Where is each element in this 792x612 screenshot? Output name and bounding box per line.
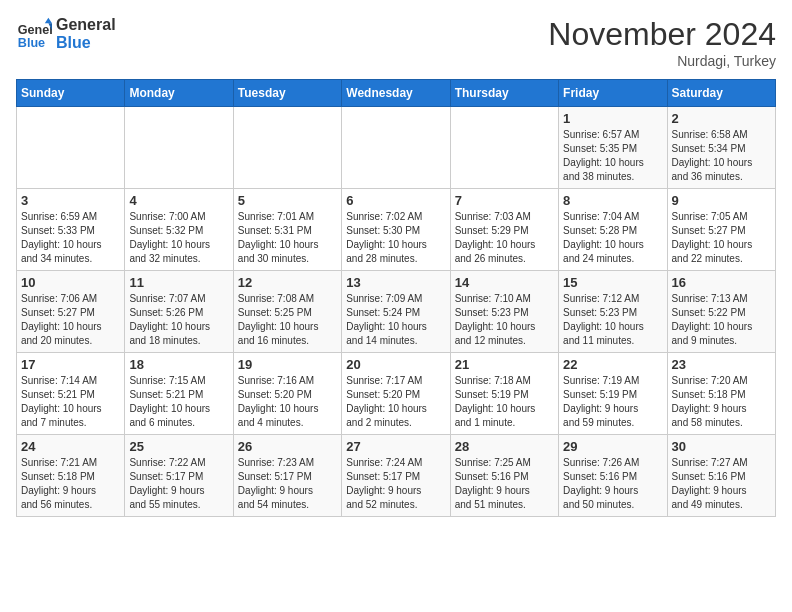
calendar-cell: 25Sunrise: 7:22 AM Sunset: 5:17 PM Dayli… xyxy=(125,435,233,517)
day-number: 16 xyxy=(672,275,771,290)
day-info: Sunrise: 7:00 AM Sunset: 5:32 PM Dayligh… xyxy=(129,210,228,266)
calendar-cell: 6Sunrise: 7:02 AM Sunset: 5:30 PM Daylig… xyxy=(342,189,450,271)
calendar-cell: 12Sunrise: 7:08 AM Sunset: 5:25 PM Dayli… xyxy=(233,271,341,353)
day-number: 24 xyxy=(21,439,120,454)
weekday-header-row: SundayMondayTuesdayWednesdayThursdayFrid… xyxy=(17,80,776,107)
month-title: November 2024 xyxy=(548,16,776,53)
location: Nurdagi, Turkey xyxy=(548,53,776,69)
weekday-header-saturday: Saturday xyxy=(667,80,775,107)
weekday-header-monday: Monday xyxy=(125,80,233,107)
calendar-cell: 2Sunrise: 6:58 AM Sunset: 5:34 PM Daylig… xyxy=(667,107,775,189)
day-number: 27 xyxy=(346,439,445,454)
day-info: Sunrise: 7:23 AM Sunset: 5:17 PM Dayligh… xyxy=(238,456,337,512)
day-info: Sunrise: 7:25 AM Sunset: 5:16 PM Dayligh… xyxy=(455,456,554,512)
calendar-cell: 7Sunrise: 7:03 AM Sunset: 5:29 PM Daylig… xyxy=(450,189,558,271)
calendar-cell: 26Sunrise: 7:23 AM Sunset: 5:17 PM Dayli… xyxy=(233,435,341,517)
day-info: Sunrise: 6:58 AM Sunset: 5:34 PM Dayligh… xyxy=(672,128,771,184)
day-info: Sunrise: 7:18 AM Sunset: 5:19 PM Dayligh… xyxy=(455,374,554,430)
calendar-cell: 9Sunrise: 7:05 AM Sunset: 5:27 PM Daylig… xyxy=(667,189,775,271)
svg-text:Blue: Blue xyxy=(18,36,45,50)
day-info: Sunrise: 7:05 AM Sunset: 5:27 PM Dayligh… xyxy=(672,210,771,266)
calendar-cell: 30Sunrise: 7:27 AM Sunset: 5:16 PM Dayli… xyxy=(667,435,775,517)
day-number: 25 xyxy=(129,439,228,454)
day-number: 21 xyxy=(455,357,554,372)
calendar-cell xyxy=(450,107,558,189)
calendar-cell: 10Sunrise: 7:06 AM Sunset: 5:27 PM Dayli… xyxy=(17,271,125,353)
day-number: 22 xyxy=(563,357,662,372)
day-number: 10 xyxy=(21,275,120,290)
day-info: Sunrise: 6:57 AM Sunset: 5:35 PM Dayligh… xyxy=(563,128,662,184)
calendar-cell xyxy=(17,107,125,189)
day-number: 1 xyxy=(563,111,662,126)
day-number: 9 xyxy=(672,193,771,208)
calendar-cell: 29Sunrise: 7:26 AM Sunset: 5:16 PM Dayli… xyxy=(559,435,667,517)
weekday-header-wednesday: Wednesday xyxy=(342,80,450,107)
calendar-cell: 3Sunrise: 6:59 AM Sunset: 5:33 PM Daylig… xyxy=(17,189,125,271)
day-info: Sunrise: 7:07 AM Sunset: 5:26 PM Dayligh… xyxy=(129,292,228,348)
day-number: 12 xyxy=(238,275,337,290)
day-info: Sunrise: 7:08 AM Sunset: 5:25 PM Dayligh… xyxy=(238,292,337,348)
calendar-cell xyxy=(342,107,450,189)
calendar-cell: 22Sunrise: 7:19 AM Sunset: 5:19 PM Dayli… xyxy=(559,353,667,435)
day-number: 14 xyxy=(455,275,554,290)
calendar-cell: 23Sunrise: 7:20 AM Sunset: 5:18 PM Dayli… xyxy=(667,353,775,435)
weekday-header-friday: Friday xyxy=(559,80,667,107)
day-number: 15 xyxy=(563,275,662,290)
day-info: Sunrise: 7:16 AM Sunset: 5:20 PM Dayligh… xyxy=(238,374,337,430)
day-info: Sunrise: 7:21 AM Sunset: 5:18 PM Dayligh… xyxy=(21,456,120,512)
day-number: 2 xyxy=(672,111,771,126)
day-info: Sunrise: 7:15 AM Sunset: 5:21 PM Dayligh… xyxy=(129,374,228,430)
logo: General Blue General Blue xyxy=(16,16,116,52)
week-row-1: 1Sunrise: 6:57 AM Sunset: 5:35 PM Daylig… xyxy=(17,107,776,189)
week-row-3: 10Sunrise: 7:06 AM Sunset: 5:27 PM Dayli… xyxy=(17,271,776,353)
day-number: 30 xyxy=(672,439,771,454)
day-number: 13 xyxy=(346,275,445,290)
calendar-cell: 27Sunrise: 7:24 AM Sunset: 5:17 PM Dayli… xyxy=(342,435,450,517)
day-info: Sunrise: 7:09 AM Sunset: 5:24 PM Dayligh… xyxy=(346,292,445,348)
day-info: Sunrise: 7:17 AM Sunset: 5:20 PM Dayligh… xyxy=(346,374,445,430)
calendar-cell: 16Sunrise: 7:13 AM Sunset: 5:22 PM Dayli… xyxy=(667,271,775,353)
logo-text-general: General xyxy=(56,16,116,34)
day-info: Sunrise: 7:26 AM Sunset: 5:16 PM Dayligh… xyxy=(563,456,662,512)
day-number: 5 xyxy=(238,193,337,208)
header: General Blue General Blue November 2024 … xyxy=(16,16,776,69)
day-info: Sunrise: 7:27 AM Sunset: 5:16 PM Dayligh… xyxy=(672,456,771,512)
day-info: Sunrise: 7:03 AM Sunset: 5:29 PM Dayligh… xyxy=(455,210,554,266)
day-info: Sunrise: 7:24 AM Sunset: 5:17 PM Dayligh… xyxy=(346,456,445,512)
day-number: 18 xyxy=(129,357,228,372)
day-number: 3 xyxy=(21,193,120,208)
day-info: Sunrise: 7:06 AM Sunset: 5:27 PM Dayligh… xyxy=(21,292,120,348)
day-number: 11 xyxy=(129,275,228,290)
day-number: 19 xyxy=(238,357,337,372)
logo-icon: General Blue xyxy=(16,16,52,52)
calendar-cell: 28Sunrise: 7:25 AM Sunset: 5:16 PM Dayli… xyxy=(450,435,558,517)
day-info: Sunrise: 7:02 AM Sunset: 5:30 PM Dayligh… xyxy=(346,210,445,266)
week-row-2: 3Sunrise: 6:59 AM Sunset: 5:33 PM Daylig… xyxy=(17,189,776,271)
week-row-4: 17Sunrise: 7:14 AM Sunset: 5:21 PM Dayli… xyxy=(17,353,776,435)
calendar-cell: 20Sunrise: 7:17 AM Sunset: 5:20 PM Dayli… xyxy=(342,353,450,435)
calendar-cell: 18Sunrise: 7:15 AM Sunset: 5:21 PM Dayli… xyxy=(125,353,233,435)
calendar-table: SundayMondayTuesdayWednesdayThursdayFrid… xyxy=(16,79,776,517)
day-info: Sunrise: 7:10 AM Sunset: 5:23 PM Dayligh… xyxy=(455,292,554,348)
week-row-5: 24Sunrise: 7:21 AM Sunset: 5:18 PM Dayli… xyxy=(17,435,776,517)
calendar-cell: 5Sunrise: 7:01 AM Sunset: 5:31 PM Daylig… xyxy=(233,189,341,271)
day-info: Sunrise: 7:19 AM Sunset: 5:19 PM Dayligh… xyxy=(563,374,662,430)
calendar-cell: 19Sunrise: 7:16 AM Sunset: 5:20 PM Dayli… xyxy=(233,353,341,435)
calendar-cell: 15Sunrise: 7:12 AM Sunset: 5:23 PM Dayli… xyxy=(559,271,667,353)
calendar-cell: 17Sunrise: 7:14 AM Sunset: 5:21 PM Dayli… xyxy=(17,353,125,435)
day-info: Sunrise: 7:20 AM Sunset: 5:18 PM Dayligh… xyxy=(672,374,771,430)
day-number: 26 xyxy=(238,439,337,454)
calendar-cell: 24Sunrise: 7:21 AM Sunset: 5:18 PM Dayli… xyxy=(17,435,125,517)
calendar-cell xyxy=(125,107,233,189)
day-info: Sunrise: 7:04 AM Sunset: 5:28 PM Dayligh… xyxy=(563,210,662,266)
logo-text-blue: Blue xyxy=(56,34,116,52)
day-info: Sunrise: 7:13 AM Sunset: 5:22 PM Dayligh… xyxy=(672,292,771,348)
calendar-cell: 11Sunrise: 7:07 AM Sunset: 5:26 PM Dayli… xyxy=(125,271,233,353)
calendar-cell: 21Sunrise: 7:18 AM Sunset: 5:19 PM Dayli… xyxy=(450,353,558,435)
title-section: November 2024 Nurdagi, Turkey xyxy=(548,16,776,69)
day-info: Sunrise: 7:12 AM Sunset: 5:23 PM Dayligh… xyxy=(563,292,662,348)
day-number: 20 xyxy=(346,357,445,372)
weekday-header-sunday: Sunday xyxy=(17,80,125,107)
day-number: 28 xyxy=(455,439,554,454)
day-number: 7 xyxy=(455,193,554,208)
